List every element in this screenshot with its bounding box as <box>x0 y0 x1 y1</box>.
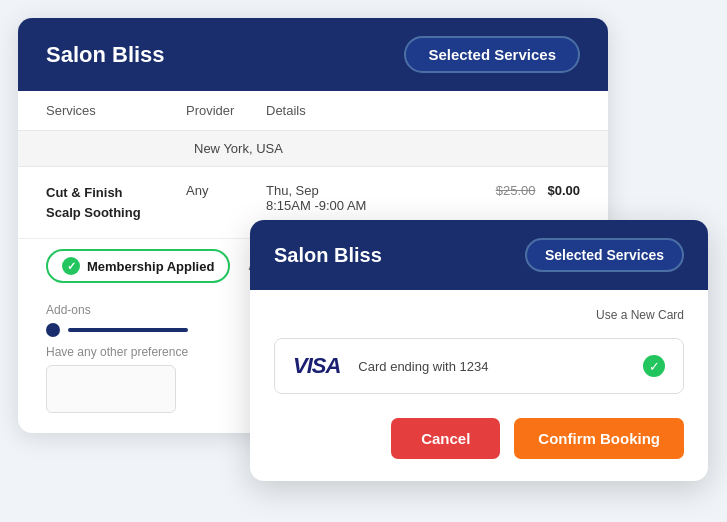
front-salon-title: Salon Bliss <box>274 244 382 267</box>
back-card-header: Salon Bliss Selected Services <box>18 18 608 91</box>
use-new-card-link[interactable]: Use a New Card <box>596 308 684 322</box>
action-buttons-row: Cancel Confirm Booking <box>274 418 684 459</box>
table-header-row: Services Provider Details <box>18 91 608 131</box>
col-header-services: Services <box>46 103 186 118</box>
use-new-card-row: Use a New Card <box>274 308 684 322</box>
membership-badge: ✓ Membership Applied <box>46 249 230 283</box>
col-header-provider: Provider <box>186 103 266 118</box>
service-name: Cut & FinishScalp Soothing <box>46 183 186 222</box>
slider-track[interactable] <box>68 328 188 332</box>
slider-dot[interactable] <box>46 323 60 337</box>
membership-label: Membership Applied <box>87 259 214 274</box>
location-row: New York, USA <box>18 131 608 167</box>
visa-row: VISA Card ending with 1234 ✓ <box>274 338 684 394</box>
back-salon-title: Salon Bliss <box>46 42 165 68</box>
membership-check-icon: ✓ <box>62 257 80 275</box>
confirm-booking-button[interactable]: Confirm Booking <box>514 418 684 459</box>
front-selected-services-badge: Selected Services <box>525 238 684 272</box>
front-card-body: Use a New Card VISA Card ending with 123… <box>250 290 708 481</box>
service-provider: Any <box>186 183 266 198</box>
location-text: New York, USA <box>194 141 283 156</box>
price-final: $0.00 <box>547 183 580 198</box>
payment-card: Salon Bliss Selected Services Use a New … <box>250 220 708 481</box>
service-datetime: Thu, Sep8:15AM -9:00 AM <box>266 183 496 213</box>
front-card-header: Salon Bliss Selected Services <box>250 220 708 290</box>
card-selected-icon: ✓ <box>643 355 665 377</box>
cancel-button[interactable]: Cancel <box>391 418 500 459</box>
col-header-details: Details <box>266 103 580 118</box>
price-original: $25.00 <box>496 183 536 198</box>
preference-input-box[interactable] <box>46 365 176 413</box>
card-ending-info: Card ending with 1234 <box>358 359 643 374</box>
back-selected-services-badge: Selected Services <box>404 36 580 73</box>
visa-logo: VISA <box>293 353 340 379</box>
